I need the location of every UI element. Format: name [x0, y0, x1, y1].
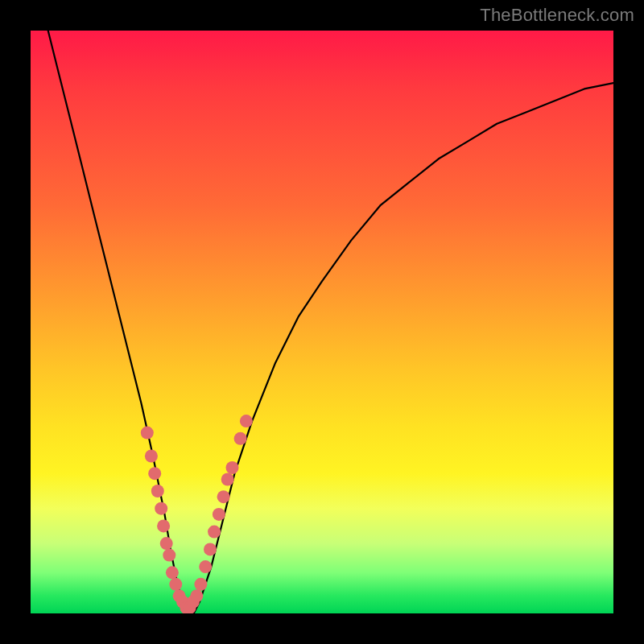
data-point [234, 432, 247, 445]
data-point [194, 578, 207, 591]
data-point [157, 519, 170, 532]
data-point [145, 450, 158, 463]
data-point [166, 566, 179, 579]
data-point [148, 467, 161, 480]
data-point [208, 526, 221, 539]
data-point [240, 415, 253, 427]
data-point [190, 589, 203, 602]
data-point [217, 490, 230, 503]
data-point [204, 543, 217, 555]
bottleneck-curve [48, 31, 613, 613]
watermark-text: TheBottleneck.com [480, 5, 634, 26]
data-point [213, 508, 225, 521]
chart-frame: TheBottleneck.com [0, 0, 644, 644]
data-point [169, 578, 182, 591]
plot-svg [31, 31, 613, 613]
data-point [151, 485, 164, 497]
data-point [141, 427, 154, 440]
data-point [221, 473, 234, 486]
data-point [160, 537, 173, 550]
data-point [226, 461, 239, 474]
data-point [163, 549, 175, 562]
data-point [155, 502, 167, 515]
data-point-markers [141, 415, 253, 613]
data-point [199, 560, 212, 573]
